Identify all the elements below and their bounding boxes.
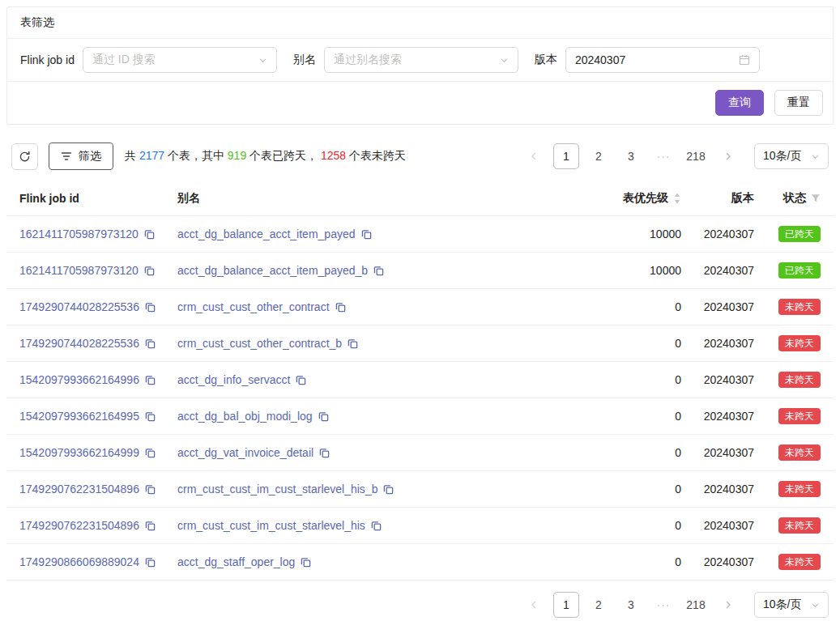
row-alias-link[interactable]: acct_dg_balance_acct_item_payed [177, 228, 356, 240]
status-badge: 已跨天 [778, 226, 821, 242]
pagination-prev[interactable] [521, 143, 547, 169]
pagination-next[interactable] [715, 592, 741, 618]
cell-alias: crm_cust_cust_other_contract [177, 300, 584, 313]
reset-button[interactable]: 重置 [774, 90, 823, 116]
chevron-down-icon [811, 152, 820, 161]
copy-icon[interactable] [296, 375, 306, 385]
copy-icon[interactable] [145, 375, 156, 385]
row-id-link[interactable]: 1749290762231504896 [19, 483, 139, 496]
cell-alias: acct_dg_info_servacct [177, 373, 584, 386]
copy-icon[interactable] [145, 484, 156, 495]
copy-icon[interactable] [371, 521, 382, 531]
pagination-page-1[interactable]: 1 [553, 143, 579, 169]
row-id-link[interactable]: 1542097993662164999 [19, 446, 139, 459]
row-alias-link[interactable]: crm_cust_cust_other_contract_b [177, 337, 342, 350]
pagination-page-2[interactable]: 2 [586, 592, 612, 618]
page: 表筛选 Flink job id 通过 ID 搜索 别名 通过别名搜索 版本 [0, 0, 840, 621]
copy-icon[interactable] [145, 302, 156, 313]
copy-icon[interactable] [348, 338, 358, 349]
copy-icon[interactable] [145, 557, 156, 568]
refresh-button[interactable] [11, 143, 38, 170]
query-button[interactable]: 查询 [715, 90, 764, 116]
table-row: 1621411705987973120 acct_dg_balance_acct… [6, 253, 834, 289]
status-badge: 未跨天 [778, 554, 821, 570]
pagination-ellipsis[interactable]: ··· [650, 143, 676, 169]
summary-segment: 个表已跨天， [246, 149, 321, 162]
cell-status: 未跨天 [754, 408, 821, 424]
copy-icon[interactable] [319, 448, 330, 458]
row-id-link[interactable]: 1749290744028225536 [19, 300, 139, 313]
row-alias-link[interactable]: acct_dg_bal_obj_modi_log [177, 410, 313, 423]
copy-icon[interactable] [145, 338, 156, 349]
cell-alias: acct_dg_staff_oper_log [177, 555, 584, 568]
pagination-page-218[interactable]: 218 [683, 143, 709, 169]
cell-alias: acct_dg_vat_invoice_detail [177, 446, 584, 459]
pagination-page-218[interactable]: 218 [683, 592, 709, 618]
cell-status: 未跨天 [754, 481, 821, 497]
filter-button[interactable]: 筛选 [49, 142, 113, 170]
row-version: 20240307 [681, 300, 754, 313]
copy-icon[interactable] [145, 448, 156, 458]
row-alias-link[interactable]: crm_cust_cust_im_cust_starlevel_his_b [177, 483, 377, 496]
pagination-page-1[interactable]: 1 [553, 592, 579, 618]
row-alias-link[interactable]: crm_cust_cust_other_contract [177, 300, 330, 313]
row-alias-link[interactable]: crm_cust_cust_im_cust_starlevel_his [177, 519, 365, 532]
pagination-page-3[interactable]: 3 [618, 143, 644, 169]
status-badge: 未跨天 [778, 372, 821, 388]
row-alias-link[interactable]: acct_dg_staff_oper_log [177, 555, 295, 568]
row-priority: 0 [584, 446, 681, 459]
pagination-prev[interactable] [521, 592, 547, 618]
copy-icon[interactable] [335, 302, 346, 313]
summary-count-red: 1258 [321, 149, 346, 162]
col-header-priority-label: 表优先级 [623, 191, 668, 206]
copy-icon[interactable] [361, 229, 372, 240]
copy-icon[interactable] [373, 266, 384, 276]
copy-icon[interactable] [144, 229, 155, 240]
page-size-value: 10条/页 [763, 598, 801, 612]
chevron-down-icon [500, 56, 509, 65]
copy-icon[interactable] [145, 411, 156, 422]
cell-status: 已跨天 [754, 226, 821, 242]
copy-icon[interactable] [318, 411, 329, 422]
row-id-link[interactable]: 1542097993662164995 [19, 410, 139, 423]
pagination-next[interactable] [715, 143, 741, 169]
col-header-alias: 别名 [177, 191, 584, 206]
pagination-page-3[interactable]: 3 [618, 592, 644, 618]
sorter-icon[interactable] [673, 192, 681, 205]
filter-funnel-icon[interactable] [811, 194, 821, 203]
pagination-page-2[interactable]: 2 [586, 143, 612, 169]
row-id-link[interactable]: 1749290744028225536 [19, 337, 139, 350]
page-size-select[interactable]: 10条/页 [754, 592, 829, 618]
row-id-link[interactable]: 1621411705987973120 [19, 228, 139, 240]
row-version: 20240307 [681, 337, 754, 350]
pagination-ellipsis[interactable]: ··· [650, 592, 676, 618]
copy-icon[interactable] [145, 521, 156, 531]
cell-alias: acct_dg_balance_acct_item_payed [177, 228, 584, 240]
refresh-icon [19, 151, 31, 163]
version-date-input[interactable]: 20240307 [565, 47, 760, 73]
field-flink-job-id: Flink job id 通过 ID 搜索 [20, 47, 277, 73]
calendar-icon [739, 54, 750, 66]
row-version: 20240307 [681, 483, 754, 496]
row-alias-link[interactable]: acct_dg_balance_acct_item_payed_b [177, 264, 368, 277]
alias-select[interactable]: 通过别名搜索 [324, 47, 518, 73]
copy-icon[interactable] [144, 266, 155, 276]
row-id-link[interactable]: 1749290762231504896 [19, 519, 139, 532]
row-version: 20240307 [681, 555, 754, 568]
copy-icon[interactable] [383, 484, 394, 495]
row-priority: 0 [584, 373, 681, 386]
col-header-priority[interactable]: 表优先级 [584, 191, 681, 206]
row-alias-link[interactable]: acct_dg_info_servacct [177, 373, 290, 386]
flink-job-id-select[interactable]: 通过 ID 搜索 [83, 47, 277, 73]
chevron-right-icon [723, 600, 733, 610]
copy-icon[interactable] [301, 557, 311, 568]
status-badge: 未跨天 [778, 517, 821, 534]
page-size-select[interactable]: 10条/页 [754, 143, 829, 169]
cell-status: 未跨天 [754, 299, 821, 315]
row-id-link[interactable]: 1749290866069889024 [19, 555, 139, 568]
row-id-link[interactable]: 1621411705987973120 [19, 264, 139, 277]
row-id-link[interactable]: 1542097993662164996 [19, 373, 139, 386]
page-size-value: 10条/页 [763, 149, 801, 164]
row-priority: 0 [584, 410, 681, 423]
row-alias-link[interactable]: acct_dg_vat_invoice_detail [177, 446, 313, 459]
